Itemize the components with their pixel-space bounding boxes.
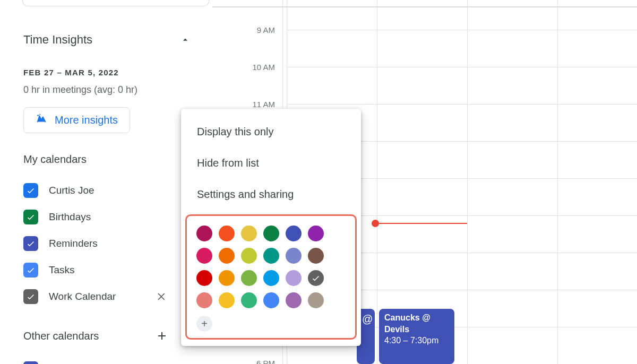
color-swatch[interactable]	[263, 270, 279, 286]
color-swatch[interactable]	[263, 248, 279, 264]
calendar-label: Curtis Joe	[49, 185, 94, 196]
color-swatch[interactable]	[308, 270, 324, 286]
svg-point-0	[37, 115, 39, 116]
my-calendars-list: Curtis JoeBirthdaysRemindersTasksWork Ca…	[23, 177, 196, 310]
color-swatch[interactable]	[263, 226, 279, 241]
calendar-checkbox[interactable]	[23, 210, 38, 224]
menu-item-display-only[interactable]: Display this only	[181, 116, 361, 148]
color-swatch[interactable]	[286, 270, 302, 286]
color-swatch[interactable]	[196, 226, 212, 241]
color-swatch[interactable]	[241, 226, 257, 241]
color-swatch[interactable]	[286, 226, 302, 241]
chevron-up-icon	[178, 33, 192, 47]
menu-item-settings-sharing[interactable]: Settings and sharing	[181, 179, 361, 210]
calendar-label: Reminders	[49, 238, 98, 249]
other-calendars-heading[interactable]: Other calendars	[23, 330, 99, 342]
color-swatch[interactable]	[286, 292, 302, 308]
time-label: 10 AM	[252, 63, 275, 72]
color-swatch[interactable]	[219, 292, 235, 308]
current-time-indicator-dot	[372, 220, 379, 227]
calendar-row[interactable]: Curtis Joe	[23, 177, 196, 204]
color-swatch[interactable]	[219, 226, 235, 241]
insights-date-range: FEB 27 – MAR 5, 2022	[23, 68, 196, 77]
my-calendars-heading[interactable]: My calendars	[23, 153, 196, 166]
calendar-row[interactable]: Work Calendar	[23, 283, 196, 310]
color-swatch[interactable]	[241, 248, 257, 264]
color-swatch[interactable]	[308, 226, 324, 241]
more-insights-label: More insights	[55, 114, 118, 126]
calendar-row[interactable]: Vancouver Canucks	[23, 356, 196, 364]
color-swatch[interactable]	[196, 292, 212, 308]
calendar-event[interactable]: Canucks @ Devils 4:30 – 7:30pm	[379, 309, 454, 364]
add-custom-color-button[interactable]: +	[196, 316, 212, 332]
calendar-checkbox[interactable]	[23, 183, 38, 198]
calendar-row[interactable]: Tasks	[23, 257, 196, 283]
calendar-label: Birthdays	[49, 211, 91, 223]
menu-item-hide[interactable]: Hide from list	[181, 148, 361, 179]
sparkle-icon	[36, 113, 47, 127]
time-label: 11 AM	[252, 100, 275, 109]
time-insights-title: Time Insights	[23, 33, 92, 47]
color-swatch[interactable]	[196, 248, 212, 264]
sidebar: Time Insights FEB 27 – MAR 5, 2022 0 hr …	[0, 0, 212, 364]
time-insights-toggle[interactable]: Time Insights	[23, 33, 196, 47]
more-insights-button[interactable]: More insights	[23, 107, 130, 133]
add-other-calendar-button[interactable]	[154, 328, 170, 344]
insights-meetings-summary: 0 hr in meetings (avg: 0 hr)	[23, 84, 196, 96]
mini-search-field[interactable]	[22, 0, 209, 6]
event-title: Canucks @ Devils	[384, 312, 449, 335]
calendar-checkbox[interactable]	[23, 289, 38, 304]
calendar-checkbox[interactable]	[23, 361, 38, 364]
color-swatch[interactable]	[241, 292, 257, 308]
color-swatch[interactable]	[263, 292, 279, 308]
calendar-checkbox[interactable]	[23, 236, 38, 251]
color-swatch[interactable]	[196, 270, 212, 286]
color-swatch[interactable]	[219, 248, 235, 264]
color-swatch[interactable]	[308, 292, 324, 308]
event-time: 4:30 – 7:30pm	[384, 335, 449, 346]
calendar-context-menu: Display this only Hide from list Setting…	[181, 109, 361, 346]
calendar-row[interactable]: Reminders	[23, 230, 196, 257]
color-picker-grid	[196, 226, 346, 310]
time-label: 9 AM	[257, 25, 275, 34]
color-swatch[interactable]	[219, 270, 235, 286]
current-time-indicator	[375, 223, 467, 224]
color-swatch[interactable]	[308, 248, 324, 264]
other-calendars-list: Vancouver Canucks	[23, 356, 196, 364]
remove-calendar-icon[interactable]	[154, 289, 170, 305]
color-swatch[interactable]	[286, 248, 302, 264]
event-title-fragment: @	[362, 313, 373, 325]
svg-point-1	[39, 114, 40, 115]
time-label: 6 PM	[256, 359, 275, 365]
color-swatch[interactable]	[241, 270, 257, 286]
calendar-checkbox[interactable]	[23, 263, 38, 278]
calendar-row[interactable]: Birthdays	[23, 204, 196, 230]
calendar-label: Tasks	[49, 264, 75, 276]
color-picker-highlight: +	[185, 214, 357, 340]
calendar-label: Work Calendar	[49, 291, 116, 302]
